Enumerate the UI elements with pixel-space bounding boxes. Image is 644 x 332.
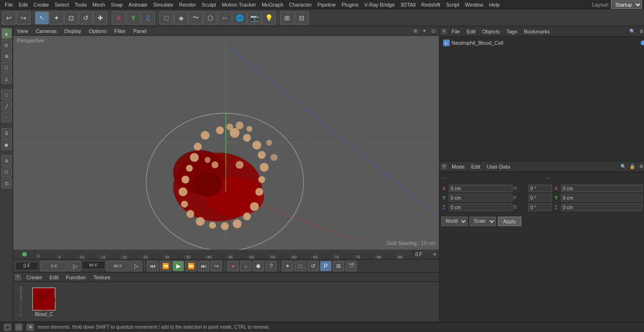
end-frame-btn[interactable]: 90 F: [106, 261, 130, 271]
menu-window[interactable]: Window: [462, 1, 486, 8]
render-view-btn[interactable]: 🎬: [346, 261, 357, 271]
workplane-button[interactable]: ⊟: [295, 11, 309, 24]
record-active-button[interactable]: ●: [227, 261, 239, 271]
b-rot-input[interactable]: [528, 203, 552, 211]
camera-button[interactable]: 📷: [247, 11, 261, 24]
menu-render[interactable]: Render: [176, 1, 199, 8]
attr-menu-mode[interactable]: Mode: [450, 163, 467, 170]
x-size-input[interactable]: [561, 185, 643, 192]
mat-menu-texture[interactable]: Texture: [91, 274, 112, 281]
z-pos-input[interactable]: [449, 203, 512, 211]
grid-btn[interactable]: ⊞: [333, 261, 344, 271]
sidebar-tool-1[interactable]: S: [1, 128, 12, 138]
menu-pipeline[interactable]: Pipeline: [314, 1, 339, 8]
frame-start-input[interactable]: 0 F: [40, 261, 68, 271]
goto-start-button[interactable]: ⏮: [147, 261, 158, 271]
attr-lock-icon[interactable]: 🔒: [628, 163, 636, 170]
vp-menu-options[interactable]: Options: [87, 27, 108, 35]
menu-3dtall[interactable]: 3DTAll: [397, 1, 418, 8]
attr-menu-userdata[interactable]: User Data: [485, 163, 512, 170]
menu-mograph[interactable]: MoGraph: [259, 1, 286, 8]
menu-vray[interactable]: V-Ray Bridge: [362, 1, 398, 8]
start-frame-input[interactable]: [15, 262, 39, 270]
menu-file[interactable]: File: [2, 1, 16, 8]
vp-menu-cameras[interactable]: Cameras: [34, 27, 59, 35]
sidebar-bp-mode[interactable]: ⬡: [1, 62, 12, 73]
nurbs-button[interactable]: ⬡: [203, 11, 217, 24]
menu-plugins[interactable]: Plugins: [339, 1, 361, 8]
attr-search-icon[interactable]: 🔍: [619, 163, 627, 170]
sidebar-tool-3[interactable]: ⊘: [1, 155, 12, 166]
undo-button[interactable]: ↩: [2, 11, 16, 24]
status-window-icon[interactable]: [15, 324, 23, 331]
p-rot-input[interactable]: [528, 194, 552, 202]
sidebar-polygon-mode[interactable]: □: [1, 89, 12, 100]
rotate-button[interactable]: ↺: [79, 11, 93, 24]
sidebar-point-mode[interactable]: ·: [1, 112, 12, 122]
menu-sculpt[interactable]: Sculpt: [199, 1, 219, 8]
select-mode-button[interactable]: ↖: [35, 11, 49, 24]
vp-icon-fullscreen[interactable]: ⊡: [429, 27, 437, 35]
obj-menu-objects[interactable]: Objects: [480, 28, 502, 35]
obj-search-icon[interactable]: 🔍: [628, 28, 636, 35]
sidebar-tool-5[interactable]: ⊡: [1, 178, 12, 188]
y-size-input[interactable]: [561, 194, 643, 202]
attr-menu-edit[interactable]: Edit: [470, 163, 482, 170]
surface-button[interactable]: ◈: [174, 11, 188, 24]
object-row-neutrophil[interactable]: L Neutrophil_Blood_Cell: [441, 39, 644, 47]
playback-btn[interactable]: P: [320, 261, 331, 271]
world-dropdown[interactable]: World: [441, 217, 468, 226]
h-rot-input[interactable]: [528, 185, 552, 192]
obj-menu-file[interactable]: File: [450, 28, 462, 35]
rotate-tool-btn[interactable]: ↺: [307, 261, 319, 271]
menu-mesh[interactable]: Mesh: [90, 1, 108, 8]
sidebar-tool-4[interactable]: ⬡: [1, 167, 12, 177]
z-size-input[interactable]: [561, 203, 643, 211]
frame-next[interactable]: ▷: [69, 261, 81, 271]
menu-animate[interactable]: Animate: [126, 1, 150, 8]
goto-end-button[interactable]: ⏭: [198, 261, 209, 271]
help-button[interactable]: ?: [265, 261, 277, 271]
sidebar-sculpt-mode[interactable]: △: [1, 73, 12, 84]
step-forward-button[interactable]: ⏩: [185, 261, 197, 271]
record-button[interactable]: ⏺: [253, 261, 264, 271]
menu-character[interactable]: Character: [286, 1, 314, 8]
layout-dropdown[interactable]: Startup: [611, 0, 642, 9]
sidebar-edge-mode[interactable]: ╱: [1, 101, 12, 111]
vp-icon-maximize[interactable]: ⊞: [412, 27, 419, 35]
menu-script[interactable]: Script: [443, 1, 462, 8]
obj-settings-icon[interactable]: ⚙: [637, 28, 644, 35]
spline-button[interactable]: 〜: [189, 11, 203, 24]
mat-menu-edit[interactable]: Edit: [48, 274, 60, 281]
menu-tools[interactable]: Tools: [72, 1, 90, 8]
mat-menu-create[interactable]: Create: [25, 274, 44, 281]
y-axis-button[interactable]: Y: [126, 11, 140, 24]
status-record-icon[interactable]: [4, 324, 11, 331]
menu-create[interactable]: Create: [31, 1, 52, 8]
attr-settings-icon[interactable]: ⚙: [637, 163, 644, 170]
menu-redshift[interactable]: Redshift: [419, 1, 443, 8]
material-item-blood[interactable]: Blood_C: [32, 287, 56, 317]
environment-button[interactable]: 🌐: [232, 11, 247, 24]
sidebar-model-mode[interactable]: ▲: [1, 28, 12, 39]
obj-menu-edit[interactable]: Edit: [465, 28, 478, 35]
step-back-button[interactable]: ⏪: [160, 261, 171, 271]
vp-icon-move[interactable]: ✦: [421, 27, 428, 35]
obj-menu-tags[interactable]: Tags: [504, 28, 519, 35]
transform-button[interactable]: ✚: [93, 11, 107, 24]
y-pos-input[interactable]: [449, 194, 512, 202]
menu-help[interactable]: Help: [486, 1, 503, 8]
mat-menu-function[interactable]: Function: [64, 274, 88, 281]
menu-edit[interactable]: Edit: [16, 1, 31, 8]
light-button[interactable]: 💡: [262, 11, 276, 24]
frame-arrow[interactable]: ▼: [432, 252, 437, 257]
sidebar-texture-mode[interactable]: ◎: [1, 40, 12, 50]
menu-simulate[interactable]: Simulate: [150, 1, 176, 8]
move-button[interactable]: ✦: [50, 11, 64, 24]
move-tool-btn[interactable]: ✦: [282, 261, 293, 271]
x-pos-input[interactable]: [449, 185, 512, 192]
obj-menu-bookmarks[interactable]: Bookmarks: [522, 28, 552, 35]
vp-menu-display[interactable]: Display: [62, 27, 83, 35]
status-close-icon[interactable]: ✕: [26, 324, 34, 331]
viewport-3d[interactable]: Perspective: [13, 36, 439, 250]
